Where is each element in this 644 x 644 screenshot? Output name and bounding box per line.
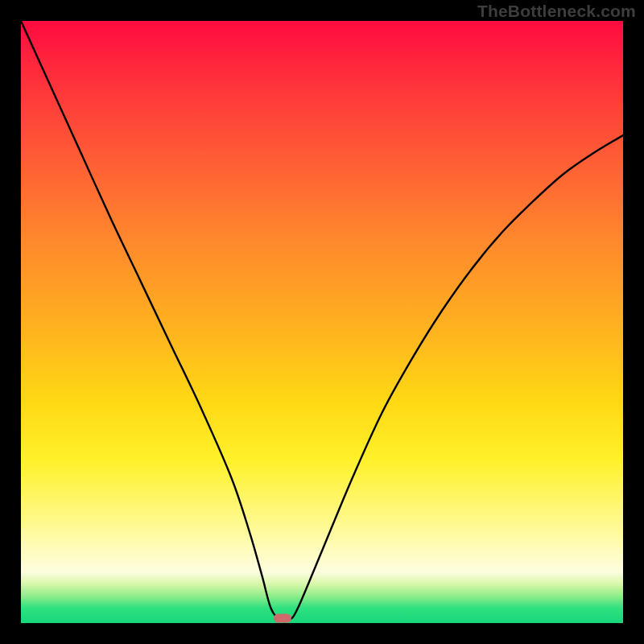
bottleneck-curve [21, 21, 623, 623]
plot-area [21, 21, 623, 623]
chart-frame: TheBottleneck.com [0, 0, 644, 644]
watermark-text: TheBottleneck.com [477, 2, 636, 21]
